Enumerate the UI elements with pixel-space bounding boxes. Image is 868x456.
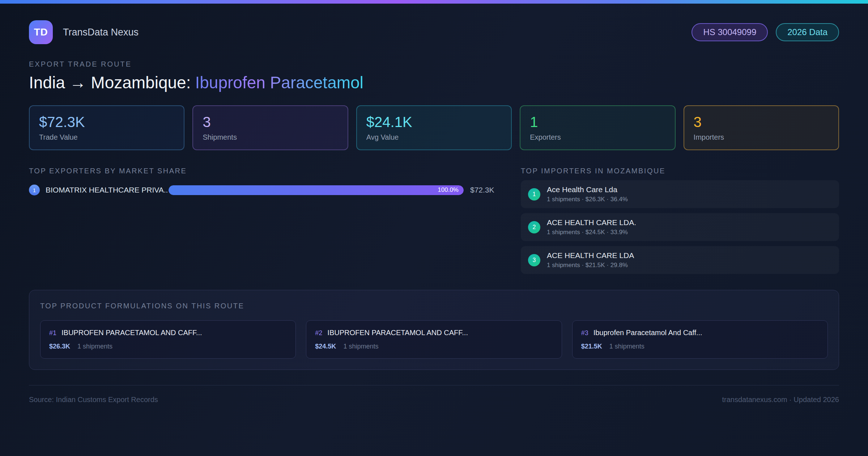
importer-text: ACE HEALTH CARE LDA 1 shipments · $21.5K… [547,251,634,269]
importer-rank-badge: 1 [528,188,540,200]
product-grid: #1 IBUPROFEN PARACETAMOL AND CAFF... $26… [40,320,828,359]
product-value: $21.5K [581,343,602,350]
market-share-percent: 100.0% [438,186,459,194]
importer-rank-badge: 2 [528,221,540,233]
stat-card-shipments: 3 Shipments [192,105,348,150]
importer-meta: 1 shipments · $26.3K · 36.4% [547,196,628,203]
importer-list-item[interactable]: 1 Ace Health Care Lda 1 shipments · $26.… [521,180,839,208]
product-value: $24.5K [315,343,336,350]
stat-card-trade-value: $72.3K Trade Value [29,105,184,150]
product-line2: $21.5K 1 shipments [581,343,819,350]
market-share-track: 100.0% [169,185,464,195]
stat-cards: $72.3K Trade Value 3 Shipments $24.1K Av… [29,105,839,150]
product-rank: #2 [315,329,322,337]
product-line2: $26.3K 1 shipments [49,343,287,350]
importer-text: ACE HEALTH CARE LDA. 1 shipments · $24.5… [547,218,636,236]
stat-value: 1 [530,114,665,130]
product-line1: #3 Ibuprofen Paracetamol And Caff... [581,329,819,337]
main-columns: TOP EXPORTERS BY MARKET SHARE 1 BIOMATRI… [29,167,839,274]
product-card[interactable]: #2 IBUPROFEN PARACETAMOL AND CAFF... $24… [306,320,562,359]
header-badges: HS 30049099 2026 Data [692,23,839,41]
stat-card-avg-value: $24.1K Avg Value [356,105,512,150]
product-card[interactable]: #1 IBUPROFEN PARACETAMOL AND CAFF... $26… [40,320,296,359]
stat-label: Exporters [530,133,665,142]
product-name: Ibuprofen Paracetamol And Caff... [593,329,702,337]
importer-text: Ace Health Care Lda 1 shipments · $26.3K… [547,185,628,203]
footer-site: transdatanexus.com · Updated 2026 [722,396,839,404]
importer-list-item[interactable]: 3 ACE HEALTH CARE LDA 1 shipments · $21.… [521,246,839,274]
market-share-bar: 100.0% [169,185,464,195]
product-card[interactable]: #3 Ibuprofen Paracetamol And Caff... $21… [572,320,828,359]
exporters-section-title: TOP EXPORTERS BY MARKET SHARE [29,167,499,175]
importer-name: ACE HEALTH CARE LDA. [547,218,636,227]
importers-section: TOP IMPORTERS IN MOZAMBIQUE 1 Ace Health… [521,167,839,274]
stat-value: 3 [203,114,338,130]
stat-label: Importers [694,133,829,142]
product-rank: #1 [49,329,56,337]
importer-meta: 1 shipments · $24.5K · 33.9% [547,229,636,236]
product-name: IBUPROFEN PARACETAMOL AND CAFF... [327,329,468,337]
stat-label: Shipments [203,133,338,142]
product-shipments: 1 shipments [77,343,112,350]
product-shipments: 1 shipments [343,343,378,350]
exporter-trade-value: $72.3K [470,186,499,194]
stat-label: Trade Value [39,133,174,142]
stat-label: Avg Value [366,133,502,142]
page-title: India → Mozambique:Ibuprofen Paracetamol [29,73,839,92]
product-line2: $24.5K 1 shipments [315,343,553,350]
header: TD TransData Nexus HS 30049099 2026 Data [29,20,839,44]
importer-rank-badge: 3 [528,254,540,266]
exporter-name: BIOMATRIX HEALTHCARE PRIVA... [46,186,169,194]
importer-name: Ace Health Care Lda [547,185,628,194]
hs-code-badge[interactable]: HS 30049099 [692,23,768,41]
route-title: India → Mozambique: [29,73,191,92]
products-section-title: TOP PRODUCT FORMULATIONS ON THIS ROUTE [40,302,828,310]
product-line1: #2 IBUPROFEN PARACETAMOL AND CAFF... [315,329,553,337]
footer-source: Source: Indian Customs Export Records [29,396,158,404]
eyebrow-label: EXPORT TRADE ROUTE [29,60,839,68]
product-title: Ibuprofen Paracetamol [195,73,363,92]
stat-card-exporters: 1 Exporters [520,105,675,150]
product-shipments: 1 shipments [609,343,644,350]
stat-value: $24.1K [366,114,502,130]
product-name: IBUPROFEN PARACETAMOL AND CAFF... [61,329,202,337]
importer-name: ACE HEALTH CARE LDA [547,251,634,260]
importers-section-title: TOP IMPORTERS IN MOZAMBIQUE [521,167,839,175]
product-line1: #1 IBUPROFEN PARACETAMOL AND CAFF... [49,329,287,337]
top-accent-gradient-bar [0,0,868,4]
data-year-badge[interactable]: 2026 Data [776,23,839,41]
importer-list-item[interactable]: 2 ACE HEALTH CARE LDA. 1 shipments · $24… [521,213,839,241]
stat-value: $72.3K [39,114,174,130]
product-value: $26.3K [49,343,70,350]
exporter-rank-badge: 1 [29,185,40,195]
footer: Source: Indian Customs Export Records tr… [29,385,839,404]
brand: TD TransData Nexus [29,20,139,44]
importer-meta: 1 shipments · $21.5K · 29.8% [547,262,634,269]
product-formulations-panel: TOP PRODUCT FORMULATIONS ON THIS ROUTE #… [29,290,839,370]
page-content: TD TransData Nexus HS 30049099 2026 Data… [0,4,868,404]
exporters-section: TOP EXPORTERS BY MARKET SHARE 1 BIOMATRI… [29,167,499,274]
brand-logo-icon: TD [29,20,53,44]
stat-value: 3 [694,114,829,130]
product-rank: #3 [581,329,588,337]
brand-name: TransData Nexus [63,27,139,38]
exporter-row[interactable]: 1 BIOMATRIX HEALTHCARE PRIVA... 100.0% $… [29,185,499,195]
stat-card-importers: 3 Importers [684,105,839,150]
